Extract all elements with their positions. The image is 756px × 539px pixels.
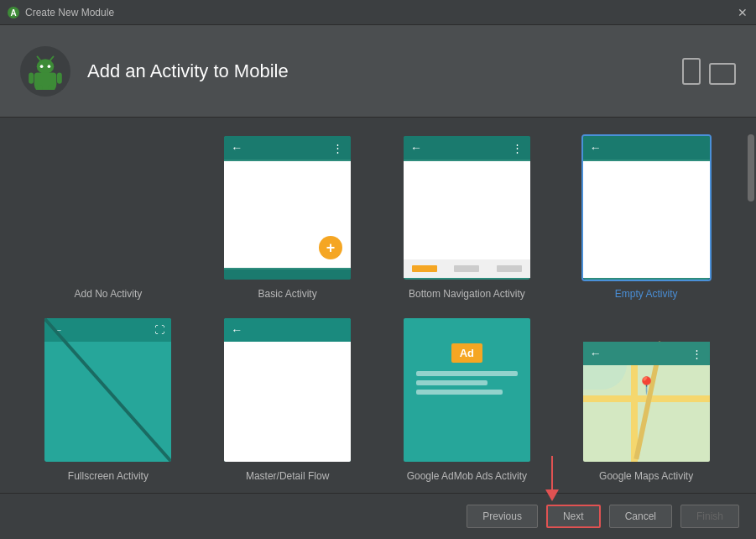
empty-body <box>583 161 710 278</box>
activity-item-master-detail[interactable]: ← Master/Detail Flow <box>205 317 371 482</box>
next-button[interactable]: Next <box>546 505 601 528</box>
scrollbar-thumb[interactable] <box>748 134 754 201</box>
activity-item-bottom-nav[interactable]: ← ⋮ Bottom Navigation Activity <box>384 134 550 300</box>
empty-activity-label: Empty Activity <box>615 288 678 300</box>
android-logo-icon <box>27 53 64 90</box>
bottom-nav-body <box>404 161 530 278</box>
android-logo-container <box>20 46 70 97</box>
arrow-annotation <box>545 456 559 501</box>
header: Add an Activity to Mobile <box>0 25 756 118</box>
activity-item-empty[interactable]: ← Empty Activity <box>563 134 729 300</box>
ads-label: Google AdMob Ads Activity <box>407 470 527 482</box>
arrow-head <box>545 489 559 501</box>
empty-activity-thumb: ← <box>581 134 712 281</box>
master-detail-label: Master/Detail Flow <box>246 470 329 482</box>
svg-line-4 <box>37 56 40 60</box>
activity-grid-wrapper[interactable]: Add No Activity ← ⋮ + B <box>0 118 746 493</box>
close-button[interactable]: ✕ <box>736 6 749 19</box>
basic-body: + <box>224 161 351 268</box>
svg-point-3 <box>37 59 55 74</box>
empty-topbar: ← <box>583 136 710 160</box>
maps-label: Google Maps Activity <box>599 470 693 482</box>
fullscreen-label: Fullscreen Activity <box>68 470 149 482</box>
svg-text:A: A <box>10 8 16 18</box>
nav-dot-2 <box>454 265 479 272</box>
scrollbar[interactable] <box>746 118 756 493</box>
fullscreen-thumb: ← ⛶ <box>43 317 173 463</box>
activity-item-basic[interactable]: ← ⋮ + Basic Activity <box>205 134 371 300</box>
fab-icon: + <box>319 236 342 259</box>
bottom-nav-thumb: ← ⋮ <box>402 134 532 281</box>
basic-topbar: ← ⋮ <box>224 136 351 160</box>
basic-activity-label: Basic Activity <box>258 288 317 300</box>
title-bar-left: A Create New Module <box>7 6 114 19</box>
bottom-nav-label: Bottom Navigation Activity <box>409 288 525 300</box>
svg-rect-8 <box>34 72 56 87</box>
ad-badge: Ad <box>451 343 482 363</box>
svg-rect-10 <box>57 72 62 83</box>
maps-thumb: ← ⋮ 📍 <box>581 317 712 463</box>
activity-item-fullscreen[interactable]: ← ⛶ Fullscreen Activity <box>25 317 191 482</box>
previous-button[interactable]: Previous <box>467 505 538 528</box>
no-activity-thumb <box>43 134 173 281</box>
svg-point-7 <box>48 65 51 68</box>
svg-point-6 <box>40 65 44 68</box>
ads-thumb: Ad <box>402 317 532 463</box>
bottom-nav-topbar: ← ⋮ <box>404 136 530 160</box>
no-activity-label: Add No Activity <box>75 288 143 300</box>
nav-dot-1 <box>412 265 437 272</box>
content-area: Add No Activity ← ⋮ + B <box>0 118 756 493</box>
activity-item-maps[interactable]: ← ⋮ 📍 <box>563 317 729 482</box>
device-icons <box>682 58 736 85</box>
map-topbar: ← ⋮ <box>583 342 710 365</box>
svg-rect-12 <box>49 85 54 90</box>
activity-item-no-activity[interactable]: Add No Activity <box>25 134 191 300</box>
bottom-nav-bar <box>404 259 530 278</box>
title-bar: A Create New Module ✕ <box>0 0 756 25</box>
activity-grid: Add No Activity ← ⋮ + B <box>25 134 729 482</box>
window-title: Create New Module <box>25 7 114 18</box>
phone-icon <box>682 58 701 85</box>
header-title: Add an Activity to Mobile <box>87 60 289 82</box>
tablet-icon <box>709 63 736 85</box>
svg-rect-11 <box>37 85 42 90</box>
cancel-button[interactable]: Cancel <box>609 505 672 528</box>
basic-activity-thumb: ← ⋮ + <box>222 134 352 281</box>
nav-dot-3 <box>497 265 522 272</box>
svg-rect-9 <box>29 72 34 83</box>
master-detail-thumb: ← <box>222 317 352 463</box>
ad-lines <box>416 371 518 395</box>
svg-line-13 <box>44 318 171 461</box>
activity-item-ads[interactable]: Ad Google AdMob Ads Activity <box>384 317 550 482</box>
finish-button[interactable]: Finish <box>680 505 739 528</box>
footer: Previous Next Cancel Finish <box>0 493 756 539</box>
arrow-line <box>551 456 553 489</box>
app-icon: A <box>7 6 20 19</box>
svg-line-5 <box>50 56 54 60</box>
